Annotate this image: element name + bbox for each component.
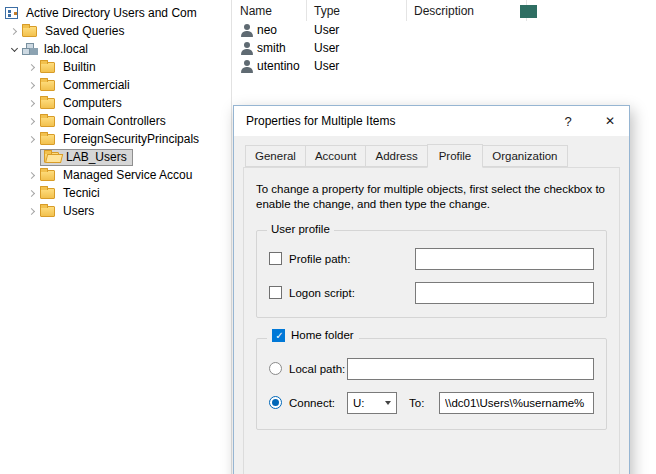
profile-path-label[interactable]: Profile path:	[282, 253, 415, 265]
tree-item-lab-local[interactable]: lab.local	[0, 40, 230, 58]
drive-letter-select[interactable]: U:	[347, 392, 397, 414]
list-row-smith[interactable]: smith User	[233, 39, 656, 57]
user-icon	[240, 60, 253, 73]
connect-path-input[interactable]	[439, 392, 594, 414]
home-folder-checkbox[interactable]	[272, 329, 285, 342]
chevron-collapsed-icon[interactable]	[24, 203, 40, 219]
tab-address[interactable]: Address	[365, 145, 427, 167]
tab-organization[interactable]: Organization	[482, 145, 567, 167]
instruction-text: To change a property for multiple object…	[256, 182, 607, 212]
folder-icon	[40, 188, 55, 199]
to-label: To:	[409, 397, 435, 409]
folder-icon	[40, 116, 55, 127]
selected-tree-item[interactable]: LAB_Users	[40, 149, 133, 166]
tree-item-active-directory-root[interactable]: Active Directory Users and Com	[0, 4, 230, 22]
tree-item-label: LAB_Users	[63, 149, 130, 165]
tree-item-foreignsecurityprincipals[interactable]: ForeignSecurityPrincipals	[0, 130, 230, 148]
tree-item-domain-controllers[interactable]: Domain Controllers	[0, 112, 230, 130]
chevron-collapsed-icon[interactable]	[24, 167, 40, 183]
folder-icon	[40, 98, 55, 109]
list-row-utentino[interactable]: utentino User	[233, 57, 656, 75]
column-header-description[interactable]: Description	[407, 0, 527, 21]
chevron-collapsed-icon[interactable]	[6, 23, 22, 39]
tree-item-computers[interactable]: Computers	[0, 94, 230, 112]
chevron-collapsed-icon[interactable]	[24, 95, 40, 111]
chevron-collapsed-icon[interactable]	[24, 113, 40, 129]
tree-item-users[interactable]: Users	[0, 202, 230, 220]
home-folder-group-label: Home folder	[267, 329, 359, 342]
local-path-label[interactable]: Local path:	[282, 363, 347, 375]
chevron-collapsed-icon[interactable]	[24, 185, 40, 201]
header-badge-icon	[520, 5, 537, 18]
logon-script-label[interactable]: Logon script:	[282, 287, 415, 299]
properties-dialog: Properties for Multiple Items ? ✕ Genera…	[233, 105, 630, 474]
tree-item-label: Saved Queries	[42, 23, 127, 39]
tab-strip: General Account Address Profile Organiza…	[243, 144, 620, 167]
user-profile-group: User profile Profile path: Logon script:	[256, 230, 607, 318]
chevron-collapsed-icon[interactable]	[24, 131, 40, 147]
column-header-type[interactable]: Type	[307, 0, 407, 21]
object-list: Name Type Description neo User smith Use…	[233, 0, 656, 104]
folder-icon	[40, 206, 55, 217]
connect-label[interactable]: Connect:	[282, 397, 347, 409]
tree-item-commerciali[interactable]: Commerciali	[0, 76, 230, 94]
user-type: User	[307, 41, 407, 55]
drive-letter-value: U:	[353, 397, 365, 409]
user-type: User	[307, 59, 407, 73]
chevron-down-icon	[385, 401, 391, 405]
tree-item-label: Computers	[60, 95, 125, 111]
list-header: Name Type Description	[233, 0, 656, 21]
dialog-body: General Account Address Profile Organiza…	[234, 136, 629, 474]
connect-row: Connect: U: To:	[269, 391, 594, 415]
chevron-placeholder	[24, 149, 40, 165]
tree-item-tecnici[interactable]: Tecnici	[0, 184, 230, 202]
folder-icon	[22, 26, 37, 37]
local-path-row: Local path:	[269, 357, 594, 381]
folder-icon	[40, 134, 55, 145]
logon-script-row: Logon script:	[269, 281, 594, 305]
local-path-input[interactable]	[347, 358, 594, 380]
open-folder-icon	[44, 152, 59, 163]
chevron-expanded-icon[interactable]	[6, 41, 22, 57]
profile-path-checkbox[interactable]	[269, 252, 282, 265]
help-button[interactable]: ?	[553, 106, 583, 136]
tree-item-label: ForeignSecurityPrincipals	[60, 131, 202, 147]
connect-radio[interactable]	[269, 396, 282, 409]
logon-script-checkbox[interactable]	[269, 286, 282, 299]
home-folder-group: Home folder Local path: Connect: U:	[256, 338, 607, 430]
folder-icon	[40, 170, 55, 181]
list-row-neo[interactable]: neo User	[233, 21, 656, 39]
home-folder-label[interactable]: Home folder	[285, 329, 354, 341]
tree-item-builtin[interactable]: Builtin	[0, 58, 230, 76]
tree-item-managed-service-accounts[interactable]: Managed Service Accou	[0, 166, 230, 184]
tab-profile[interactable]: Profile	[427, 144, 484, 168]
tree-item-label: Tecnici	[60, 185, 103, 201]
tab-general[interactable]: General	[245, 145, 306, 167]
local-path-radio[interactable]	[269, 362, 282, 375]
tree-item-label: Managed Service Accou	[60, 167, 195, 183]
user-type: User	[307, 23, 407, 37]
profile-path-input[interactable]	[415, 248, 594, 270]
dialog-title: Properties for Multiple Items	[234, 114, 553, 128]
active-directory-icon	[5, 7, 18, 19]
domain-icon	[22, 43, 36, 55]
tree-item-label: Commerciali	[60, 77, 133, 93]
chevron-collapsed-icon[interactable]	[24, 59, 40, 75]
tree-item-label: Domain Controllers	[60, 113, 169, 129]
folder-icon	[40, 80, 55, 91]
console-tree: Active Directory Users and Com Saved Que…	[0, 0, 230, 474]
column-header-name[interactable]: Name	[233, 0, 307, 21]
tree-item-label: lab.local	[41, 41, 91, 57]
folder-icon	[40, 62, 55, 73]
tree-item-saved-queries[interactable]: Saved Queries	[0, 22, 230, 40]
panel-splitter[interactable]	[231, 0, 232, 474]
tree-item-label: Users	[60, 203, 97, 219]
user-icon	[240, 42, 253, 55]
close-button[interactable]: ✕	[595, 106, 625, 136]
chevron-collapsed-icon[interactable]	[24, 77, 40, 93]
dialog-titlebar[interactable]: Properties for Multiple Items ? ✕	[234, 106, 629, 136]
user-icon	[240, 24, 253, 37]
tree-item-lab-users[interactable]: LAB_Users	[0, 148, 230, 166]
tab-account[interactable]: Account	[305, 145, 367, 167]
logon-script-input[interactable]	[415, 282, 594, 304]
